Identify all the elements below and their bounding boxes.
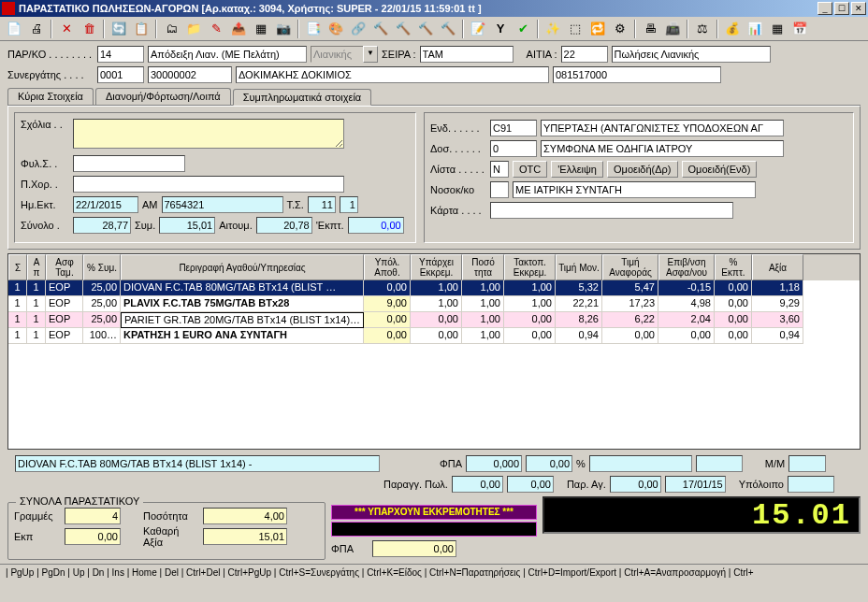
table-cell[interactable]: EOP [46, 312, 83, 328]
fpa1-field[interactable] [466, 455, 522, 472]
table-cell[interactable]: 2,04 [658, 312, 715, 328]
table-icon[interactable]: ▦ [251, 19, 271, 39]
parko-field[interactable] [97, 46, 144, 63]
ekpt-field[interactable] [348, 217, 404, 234]
table-cell[interactable]: ΚΡΑΤΗΣΗ 1 EURO ΑΝΑ ΣΥΝΤΑΓΗ [121, 328, 364, 344]
money-icon[interactable]: 💰 [722, 19, 743, 39]
chart-icon[interactable]: 📊 [745, 19, 765, 39]
table-cell[interactable]: 1,00 [411, 296, 462, 312]
table-cell[interactable]: 5,47 [602, 280, 658, 296]
table-cell[interactable]: 4,98 [658, 296, 715, 312]
fax-icon[interactable]: 📠 [662, 19, 683, 39]
table-cell[interactable]: PARIET GR.TAB 20MG/TAB BTx14 (BLIST 1x14… [121, 312, 364, 328]
paragg1-field[interactable] [452, 476, 503, 493]
sym-field[interactable] [159, 217, 215, 234]
table-cell[interactable]: 5,32 [556, 280, 602, 296]
table-cell[interactable]: 25,00 [83, 312, 121, 328]
omoeidi-dr-button[interactable]: Ομοειδή(Δρ) [607, 161, 678, 178]
barcode-icon[interactable]: ⬚ [565, 19, 586, 39]
scale-icon[interactable]: ⚖ [692, 19, 713, 39]
sync-icon[interactable]: 🔁 [587, 19, 608, 39]
table-cell[interactable]: 8,26 [556, 312, 602, 328]
table-cell[interactable]: 1,00 [411, 280, 462, 296]
table-cell[interactable]: EOP [46, 328, 83, 344]
paragg2-field[interactable] [507, 476, 554, 493]
otc-button[interactable]: OTC [513, 161, 547, 178]
line-items-grid[interactable]: Σ Α π Ασφ Ταμ. % Συμ. Περιγραφή Αγαθού/Υ… [7, 253, 861, 450]
table-cell[interactable]: 0,00 [364, 328, 411, 344]
col-takt[interactable]: Τακτοπ. Εκκρεμ. [504, 254, 556, 280]
table-cell[interactable]: 0,00 [715, 312, 752, 328]
lianikis-dropdown[interactable]: ▼ [363, 46, 378, 63]
card-icon[interactable]: 🗂 [161, 19, 181, 39]
notes-icon[interactable]: 📝 [468, 19, 488, 39]
seira-field[interactable] [420, 46, 514, 63]
table-cell[interactable]: 0,00 [715, 280, 752, 296]
table-cell[interactable]: 17,23 [602, 296, 658, 312]
aitia-field[interactable] [561, 46, 608, 63]
syn1-field[interactable] [97, 66, 144, 83]
table-cell[interactable]: 0,94 [556, 328, 602, 344]
tab-distrib[interactable]: Διανομή/Φόρτωση/Λοιπά [95, 88, 231, 105]
doctype-field[interactable] [148, 46, 307, 63]
table-cell[interactable]: 25,00 [83, 296, 121, 312]
dos-desc-field[interactable] [541, 140, 784, 157]
fyls-field[interactable] [73, 155, 185, 172]
dos-field[interactable] [490, 140, 537, 157]
parag-date-field[interactable] [665, 476, 726, 493]
nosok-field[interactable] [490, 181, 509, 198]
table-cell[interactable]: 0,00 [715, 328, 752, 344]
table-cell[interactable]: 1 [8, 296, 27, 312]
table-cell[interactable]: 1,00 [504, 296, 556, 312]
wand-icon[interactable]: ✨ [542, 19, 563, 39]
table-cell[interactable]: 0,00 [715, 296, 752, 312]
table-cell[interactable]: 0,00 [504, 312, 556, 328]
col-ev[interactable]: Επιβ/νση Ασφα/νου [658, 254, 715, 280]
syn-name-field[interactable] [236, 66, 549, 83]
table-cell[interactable]: 1 [27, 312, 46, 328]
table-cell[interactable]: 25,00 [83, 280, 121, 296]
ypol-field[interactable] [788, 476, 834, 493]
col-asf[interactable]: Ασφ Ταμ. [46, 254, 83, 280]
table-cell[interactable]: 1 [8, 328, 27, 344]
maximize-button[interactable]: ☐ [834, 2, 849, 15]
fpa2-field[interactable] [526, 455, 572, 472]
table-cell[interactable]: 0,00 [411, 328, 462, 344]
link-icon[interactable]: 🔗 [348, 19, 369, 39]
delete-icon[interactable]: 🗑 [79, 19, 99, 39]
table-cell[interactable]: 0,00 [364, 280, 411, 296]
doc-icon[interactable]: 📋 [131, 19, 152, 39]
table-cell[interactable]: 0,00 [504, 328, 556, 344]
table-row[interactable]: 11EOP25,00PLAVIX F.C.TAB 75MG/TAB BTx289… [8, 296, 860, 312]
pxor-field[interactable] [73, 176, 344, 193]
hammer2-icon[interactable]: 🔨 [393, 19, 413, 39]
minimize-button[interactable]: _ [817, 2, 832, 15]
empty1-field[interactable] [589, 455, 692, 472]
ts-field[interactable] [308, 196, 336, 213]
table-cell[interactable]: 100… [83, 328, 121, 344]
ts2-field[interactable] [340, 196, 358, 213]
table-cell[interactable]: 0,94 [752, 328, 803, 344]
col-pos[interactable]: Ποσό τητα [462, 254, 504, 280]
imekt-field[interactable] [73, 196, 138, 213]
col-pct[interactable]: % Συμ. [83, 254, 121, 280]
table-cell[interactable]: 0,00 [364, 312, 411, 328]
calendar-icon[interactable]: 📅 [789, 19, 810, 39]
close-button[interactable]: ✕ [851, 2, 866, 15]
col-pe[interactable]: % Εκπτ. [715, 254, 752, 280]
karta-field[interactable] [490, 202, 733, 219]
table-cell[interactable]: 22,21 [556, 296, 602, 312]
table-cell[interactable]: 9,00 [364, 296, 411, 312]
printer2-icon[interactable]: 🖶 [640, 19, 660, 39]
col-tm[interactable]: Τιμή Μον. [556, 254, 602, 280]
grid-body[interactable]: 11EOP25,00DIOVAN F.C.TAB 80MG/TAB BTx14 … [8, 280, 860, 449]
hammer4-icon[interactable]: 🔨 [438, 19, 458, 39]
table-cell[interactable]: 1,00 [462, 280, 504, 296]
camera-icon[interactable]: 📷 [273, 19, 294, 39]
new-icon[interactable]: 📄 [4, 19, 24, 39]
end-desc-field[interactable] [541, 120, 784, 136]
table-cell[interactable]: 1 [8, 280, 27, 296]
table-cell[interactable]: 1 [27, 328, 46, 344]
am-field[interactable] [162, 196, 283, 213]
folder-icon[interactable]: 📁 [183, 19, 204, 39]
